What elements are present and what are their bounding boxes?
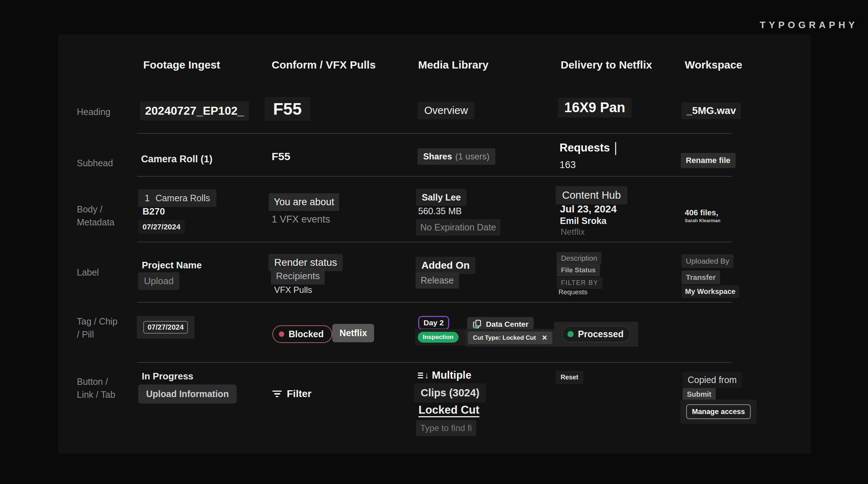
row-label-tag-line1: Tag / Chip (77, 315, 118, 328)
row-label-subhead: Subhead (77, 157, 113, 170)
blocked-status-dot (279, 331, 284, 337)
conform-heading: F55 (264, 97, 310, 121)
camera-rolls-count: 1 (145, 193, 150, 203)
camera-rolls-body: 1 Camera Rolls (138, 189, 216, 207)
row-label-body-line2: Metadata (77, 216, 114, 229)
row-label-body-line1: Body / (77, 203, 114, 216)
inspection-chip-backdrop: Inspection (415, 329, 468, 346)
footage-date-metadata: 07/27/2024 (138, 220, 185, 234)
manage-access-button[interactable]: Manage access (686, 404, 751, 419)
shares-subhead-chip: Shares (1 users) (417, 148, 495, 165)
filter-button[interactable]: Filter (272, 388, 311, 400)
requests-count: 163 (560, 159, 576, 171)
description-label: Description (557, 252, 601, 265)
blocked-status-pill: Blocked (272, 325, 332, 343)
copy-pages-icon (472, 319, 482, 329)
processed-status-pill: Processed (562, 326, 630, 342)
processed-status-text: Processed (578, 329, 623, 339)
my-workspace-label: My Workspace (681, 285, 739, 298)
text-cursor (615, 142, 616, 155)
processed-status-dot (567, 331, 574, 337)
close-icon[interactable]: ✕ (542, 334, 547, 342)
release-label: Release (416, 272, 459, 289)
upload-information-button[interactable]: Upload Information (138, 384, 237, 404)
delivery-date-body: Jul 23, 2024 (560, 203, 617, 215)
copied-from-link[interactable]: Copied from (683, 372, 742, 388)
date-chip-backdrop: 07/27/2024 (137, 316, 194, 339)
vfx-events-metadata: 1 VFX events (272, 214, 330, 225)
filename-heading-field[interactable]: 20240727_EP102_ (140, 101, 249, 120)
camera-rolls-text: Camera Rolls (155, 193, 210, 203)
row-label-tag-chip-pill: Tag / Chip / Pill (77, 315, 118, 341)
org-name-metadata: Netflix (561, 227, 585, 237)
files-count-metadata: 406 files, (685, 208, 718, 217)
in-progress-tab[interactable]: In Progress (142, 371, 193, 382)
roll-id-text: B270 (143, 206, 165, 217)
day-chip: Day 2 (418, 316, 449, 330)
cut-type-chip-backdrop: Cut Type: Locked Cut ✕ (465, 329, 555, 347)
delivery-heading: 16X9 Pan (558, 98, 632, 118)
shares-user-count: (1 users) (455, 151, 490, 162)
row-label-body-metadata: Body / Metadata (77, 203, 114, 229)
user-name-body: Sally Lee (416, 189, 466, 206)
uploaded-by-label: Uploaded By (681, 254, 733, 268)
transfer-label: Transfer (681, 270, 720, 284)
row-divider (137, 242, 732, 242)
conform-subhead: F55 (272, 150, 290, 163)
person-name-body: Emil Sroka (560, 216, 606, 226)
inspection-tag: Inspection (418, 332, 459, 343)
typography-watermark: TYPOGRAPHY (760, 19, 858, 31)
netflix-tag: Netflix (332, 324, 374, 342)
date-chip[interactable]: 07/27/2024 (143, 321, 188, 334)
filter-by-label: FILTER BY (557, 277, 602, 289)
vfx-pulls-label: VFX Pulls (274, 285, 312, 295)
reset-button[interactable]: Reset (556, 371, 583, 384)
toast-body-text: You are about (269, 193, 339, 211)
row-label-button-line2: Link / Tab (77, 388, 115, 401)
rename-file-button[interactable]: Rename file (681, 153, 736, 168)
camera-roll-subhead: Camera Roll (1) (141, 154, 212, 165)
blocked-status-text: Blocked (289, 329, 324, 339)
data-center-text: Data Center (486, 320, 529, 329)
row-label-heading: Heading (77, 106, 110, 119)
sort-multiple-control[interactable]: ↓ Multiple (418, 369, 472, 381)
uploader-name-metadata: Sarah Klearman (685, 218, 720, 223)
submit-button[interactable]: Submit (683, 388, 716, 401)
column-header-media-library: Media Library (418, 59, 488, 71)
locked-cut-link[interactable]: Locked Cut (418, 404, 479, 417)
filter-button-text[interactable]: Filter (287, 388, 311, 400)
sort-arrow-down-icon: ↓ (425, 370, 429, 380)
row-label-button-link-tab: Button / Link / Tab (77, 375, 115, 401)
row-label-button-line1: Button / (77, 375, 115, 388)
manage-access-backdrop: Manage access (680, 400, 757, 424)
column-header-delivery-to-netflix: Delivery to Netflix (561, 59, 652, 71)
column-header-footage-ingest: Footage Ingest (143, 59, 220, 71)
project-name-label: Project Name (142, 260, 202, 271)
shares-label: Shares (423, 151, 452, 162)
requests-subhead-field[interactable]: Requests (560, 141, 616, 155)
column-header-workspace: Workspace (685, 59, 742, 71)
row-divider (137, 302, 732, 303)
column-header-conform-vfx-pulls: Conform / VFX Pulls (272, 59, 376, 71)
recipients-label: Recipients (271, 268, 325, 285)
row-label-tag-line2: / Pill (77, 328, 118, 341)
cut-type-filter-chip[interactable]: Cut Type: Locked Cut ✕ (468, 331, 552, 344)
row-divider (137, 362, 732, 363)
clips-tab[interactable]: Clips (3024) (414, 383, 486, 402)
processed-chip-backdrop: Processed (554, 322, 638, 347)
cut-type-text: Cut Type: Locked Cut (473, 334, 536, 342)
requests-title: Requests (560, 141, 610, 154)
sort-multiple-text[interactable]: Multiple (432, 369, 472, 381)
row-label-label: Label (77, 266, 99, 279)
content-hub-body: Content Hub (556, 186, 627, 204)
workspace-heading-filename: _5MG.wav (681, 102, 741, 119)
media-heading: Overview (418, 102, 474, 119)
filter-icon (272, 391, 282, 397)
expiration-metadata: No Expiration Date (416, 219, 500, 236)
row-divider (137, 133, 732, 134)
file-status-label: File Status (557, 264, 600, 276)
row-divider (137, 176, 732, 177)
search-input[interactable]: Type to find fi (416, 420, 476, 436)
requests-label: Requests (558, 288, 587, 296)
sort-descending-icon (418, 373, 423, 378)
